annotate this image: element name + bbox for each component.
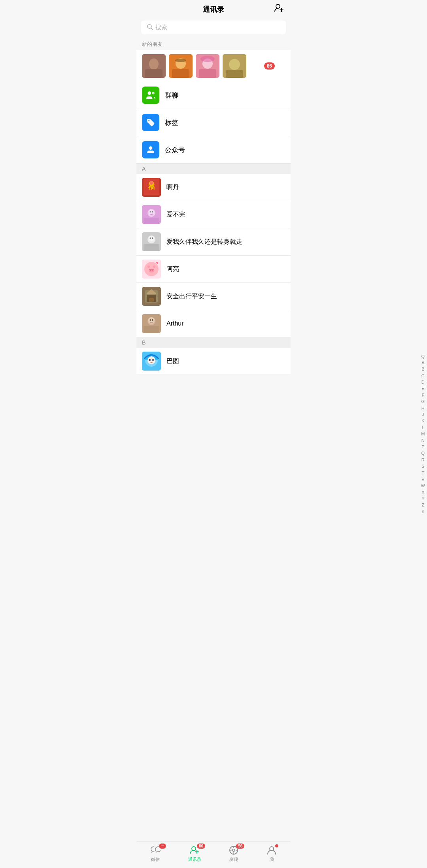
public-account-icon — [142, 141, 159, 158]
group-chat-label: 群聊 — [165, 91, 178, 100]
section-header-b: B — [136, 337, 291, 348]
svg-rect-7 — [145, 69, 162, 78]
svg-point-17 — [229, 59, 240, 70]
svg-rect-14 — [199, 69, 216, 78]
svg-point-42 — [147, 265, 150, 268]
svg-rect-55 — [144, 326, 159, 333]
new-friends-badge: 86 — [264, 62, 275, 70]
svg-point-32 — [150, 211, 151, 213]
new-friend-avatar-2 — [169, 54, 193, 78]
contact-arthur[interactable]: Arthur — [136, 310, 291, 337]
add-contact-button[interactable] — [274, 3, 284, 15]
feature-public-account[interactable]: 公众号 — [136, 136, 291, 164]
search-input[interactable]: 搜索 — [141, 21, 286, 34]
search-icon — [147, 24, 153, 31]
svg-rect-18 — [226, 70, 243, 78]
feature-tags[interactable]: 标签 — [136, 109, 291, 136]
contact-name-batu: 巴图 — [166, 357, 179, 365]
svg-point-21 — [148, 120, 149, 121]
svg-point-62 — [149, 359, 151, 361]
contact-adan[interactable]: 福 啊丹 — [136, 174, 291, 201]
svg-rect-30 — [144, 218, 159, 224]
contact-avatar-arthur — [142, 314, 161, 333]
svg-point-31 — [149, 209, 154, 215]
svg-point-57 — [150, 319, 151, 321]
svg-point-22 — [149, 146, 153, 150]
contact-name-ai-wo-jiu: 爱我久伴我久还是转身就走 — [166, 238, 242, 246]
svg-point-61 — [147, 356, 155, 364]
group-chat-icon — [142, 87, 159, 104]
page-title: 通讯录 — [203, 5, 224, 14]
svg-point-20 — [152, 92, 155, 94]
new-friend-avatar-1 — [142, 54, 166, 78]
contact-avatar-ai-bu-wan — [142, 205, 161, 224]
contact-name-anquan: 安全出行平安一生 — [166, 292, 217, 301]
contact-name-arthur: Arthur — [166, 320, 184, 327]
contact-avatar-ai-wo-jiu — [142, 232, 161, 251]
svg-rect-52 — [149, 298, 154, 302]
svg-rect-10 — [172, 69, 189, 78]
new-friends-label: 新的朋友 — [136, 38, 291, 50]
new-friends-avatars — [142, 54, 246, 78]
tags-label: 标签 — [165, 118, 178, 127]
svg-point-38 — [150, 237, 151, 239]
new-friend-avatar-3 — [196, 54, 219, 78]
svg-point-45 — [150, 270, 151, 271]
search-placeholder-text: 搜索 — [155, 24, 167, 31]
search-bar: 搜索 — [136, 18, 291, 38]
svg-point-58 — [152, 319, 153, 321]
svg-point-15 — [200, 56, 215, 62]
svg-point-39 — [152, 237, 153, 239]
contact-avatar-adan: 福 — [142, 178, 161, 197]
svg-point-46 — [152, 270, 153, 271]
contact-name-aliang: 阿亮 — [166, 265, 179, 273]
svg-rect-36 — [144, 244, 159, 251]
contact-name-ai-bu-wan: 爱不完 — [166, 211, 185, 219]
svg-point-63 — [152, 359, 154, 361]
svg-point-43 — [153, 265, 155, 268]
tags-icon — [142, 114, 159, 131]
header: 通讯录 — [136, 0, 291, 18]
contact-avatar-batu — [142, 352, 161, 371]
contact-avatar-anquan — [142, 287, 161, 306]
svg-rect-11 — [175, 59, 186, 62]
contact-ai-bu-wan[interactable]: 爱不完 — [136, 201, 291, 228]
svg-point-0 — [276, 4, 280, 8]
svg-point-6 — [149, 58, 159, 70]
svg-point-33 — [152, 211, 153, 213]
contact-batu[interactable]: 巴图 — [136, 348, 291, 375]
svg-point-37 — [149, 236, 154, 241]
contact-ai-wo-jiu[interactable]: 爱我久伴我久还是转身就走 — [136, 228, 291, 256]
svg-line-4 — [151, 28, 153, 30]
feature-group-chat[interactable]: 群聊 — [136, 82, 291, 109]
section-header-a: A — [136, 164, 291, 174]
new-friend-avatar-4 — [223, 54, 246, 78]
contact-avatar-aliang: ♥ — [142, 260, 161, 279]
contact-anquan[interactable]: 安全出行平安一生 — [136, 283, 291, 310]
public-account-label: 公众号 — [165, 145, 185, 154]
contact-name-adan: 啊丹 — [166, 183, 179, 192]
svg-point-19 — [147, 91, 151, 95]
contact-aliang[interactable]: ♥ 阿亮 — [136, 256, 291, 283]
svg-text:♥: ♥ — [156, 261, 159, 265]
new-friends-row[interactable]: 86 — [136, 50, 291, 82]
svg-point-27 — [150, 181, 153, 185]
